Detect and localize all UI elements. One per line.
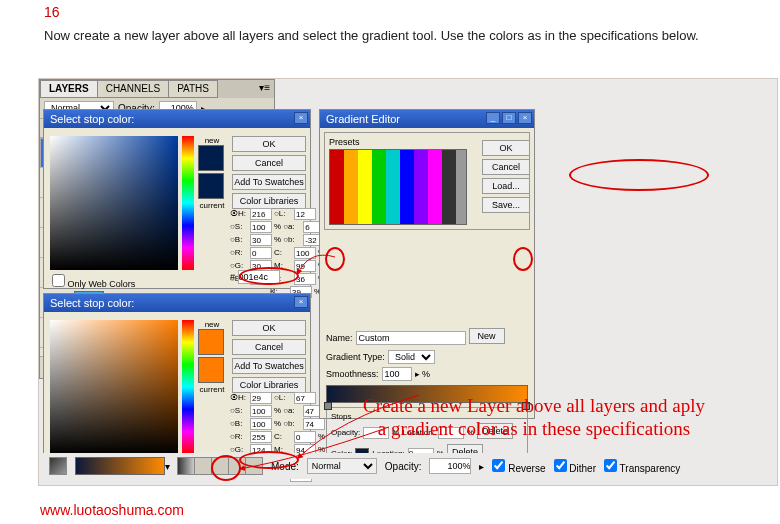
ok-button[interactable]: OK (482, 140, 530, 156)
h-input[interactable] (250, 208, 272, 220)
gradient-editor: Gradient Editor _□× Presets OK Cancel Lo… (319, 109, 535, 419)
s-input[interactable] (250, 221, 272, 233)
hue-slider[interactable] (182, 136, 194, 270)
options-bar: ▾ Mode: Normal Opacity: ▸ Reverse Dither… (43, 453, 773, 479)
c-input[interactable] (294, 247, 316, 259)
tab-paths[interactable]: PATHS (168, 80, 218, 98)
chevron-down-icon[interactable]: ▾ (165, 461, 170, 472)
r-input[interactable] (250, 431, 272, 443)
smooth-input[interactable] (382, 367, 412, 381)
maximize-icon[interactable]: □ (502, 112, 516, 124)
new-label: new (198, 320, 226, 329)
l-input[interactable] (294, 208, 316, 220)
add-swatches-button[interactable]: Add To Swatches (232, 174, 306, 190)
tab-channels[interactable]: CHANNELS (97, 80, 169, 98)
color-field[interactable] (50, 320, 178, 454)
picker2-title: Select stop color: (50, 297, 134, 309)
ok-button[interactable]: OK (232, 136, 306, 152)
radial-gradient-icon[interactable] (194, 457, 212, 475)
picker2-buttons: OK Cancel Add To Swatches Color Librarie… (232, 320, 306, 396)
tool-preset[interactable] (49, 457, 67, 475)
color-values: ⦿H:○L: ○S:%○a: ○B:%○b: ○R: C:% ○G: M:% ○… (230, 208, 325, 299)
current-color-swatch (198, 173, 224, 199)
panel-menu-icon[interactable]: ▾≡ (255, 80, 274, 98)
b-input[interactable] (250, 418, 272, 430)
picker1-title: Select stop color: (50, 113, 134, 125)
type-select[interactable]: Solid (388, 350, 435, 364)
smooth-label: Smoothness: (326, 369, 379, 379)
close-icon[interactable]: × (518, 112, 532, 124)
opacity-input[interactable] (429, 458, 471, 474)
watermark: www.luotaoshuma.com (40, 502, 184, 518)
l-input[interactable] (294, 392, 316, 404)
color-picker-2: Select stop color: × new current OK Canc… (43, 293, 311, 473)
only-web-colors[interactable]: Only Web Colors (52, 274, 135, 289)
current-label: current (198, 385, 226, 394)
preset-swatches[interactable] (329, 149, 467, 225)
annotation-circle-stop2 (513, 247, 533, 271)
color-swatches: new current (198, 320, 226, 394)
picker1-buttons: OK Cancel Add To Swatches Color Librarie… (232, 136, 306, 212)
s-input[interactable] (250, 405, 272, 417)
ok-button[interactable]: OK (232, 320, 306, 336)
minimize-icon[interactable]: _ (486, 112, 500, 124)
ge-title: Gradient Editor (326, 113, 400, 125)
close-icon[interactable]: × (294, 296, 308, 308)
linear-gradient-icon[interactable] (177, 457, 195, 475)
b-input[interactable] (250, 234, 272, 246)
ge-titlebar: Gradient Editor _□× (320, 110, 534, 128)
gradient-stop-left[interactable] (324, 402, 332, 410)
opacity-label: Opacity: (385, 461, 422, 472)
annotation-text: Create a new Layer above all layers and … (339, 395, 729, 441)
layers-tabs: LAYERS CHANNELS PATHS ▾≡ (40, 80, 274, 98)
dither-checkbox[interactable]: Dither (554, 459, 596, 474)
annotation-circle-stop1 (325, 247, 345, 271)
add-swatches-button[interactable]: Add To Swatches (232, 358, 306, 374)
new-label: new (198, 136, 226, 145)
ge-buttons: OK Cancel Load... Save... (482, 140, 530, 216)
current-color-swatch (198, 357, 224, 383)
r-input[interactable] (250, 247, 272, 259)
cancel-button[interactable]: Cancel (232, 339, 306, 355)
tab-layers[interactable]: LAYERS (40, 80, 98, 98)
h-input[interactable] (250, 392, 272, 404)
current-label: current (198, 201, 226, 210)
c-input[interactable] (294, 431, 316, 443)
b2-input[interactable] (303, 418, 325, 430)
name-input[interactable] (356, 331, 466, 345)
step-number: 16 (44, 4, 60, 20)
close-icon[interactable]: × (294, 112, 308, 124)
mode-select[interactable]: Normal (307, 458, 377, 474)
picker1-titlebar: Select stop color: × (44, 110, 310, 128)
color-field[interactable] (50, 136, 178, 270)
save-button[interactable]: Save... (482, 197, 530, 213)
color-libraries-button[interactable]: Color Libraries (232, 193, 306, 209)
new-color-swatch (198, 145, 224, 171)
cancel-button[interactable]: Cancel (232, 155, 306, 171)
annotation-circle-layer (569, 159, 709, 191)
cancel-button[interactable]: Cancel (482, 159, 530, 175)
screenshot-area: Select stop color: × new current OK Canc… (38, 78, 778, 486)
color-libraries-button[interactable]: Color Libraries (232, 377, 306, 393)
new-color-swatch (198, 329, 224, 355)
picker2-titlebar: Select stop color: × (44, 294, 310, 312)
load-button[interactable]: Load... (482, 178, 530, 194)
m-input[interactable] (294, 260, 316, 272)
annotation-circle-gradtype (211, 455, 241, 481)
reverse-checkbox[interactable]: Reverse (492, 459, 545, 474)
new-button[interactable]: New (469, 328, 505, 344)
annotation-circle-hex1 (239, 267, 299, 285)
type-label: Gradient Type: (326, 352, 385, 362)
gradient-preview[interactable] (75, 457, 165, 475)
transparency-checkbox[interactable]: Transparency (604, 459, 680, 474)
hue-slider[interactable] (182, 320, 194, 454)
annotation-circle-hex2 (239, 451, 299, 469)
color-swatches: new current (198, 136, 226, 210)
color-picker-1: Select stop color: × new current OK Canc… (43, 109, 311, 289)
step-instruction: Now create a new layer above all layers … (44, 28, 750, 45)
name-label: Name: (326, 333, 353, 343)
